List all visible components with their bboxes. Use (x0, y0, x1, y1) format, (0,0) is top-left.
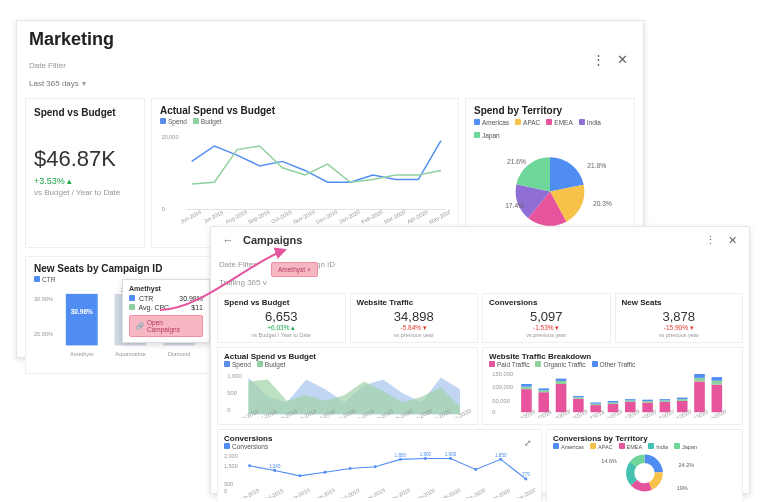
svg-text:1,900: 1,900 (420, 452, 432, 457)
kpi-value: 3,878 (622, 309, 737, 324)
link-icon: 🔗 (136, 322, 144, 330)
svg-rect-58 (556, 381, 567, 384)
kebab-icon[interactable]: ⋮ (589, 51, 607, 69)
svg-rect-93 (712, 385, 723, 413)
svg-text:14.6%: 14.6% (601, 458, 617, 464)
svg-text:Diamond: Diamond (168, 351, 190, 357)
kpi-delta: -5.84% ▾ (357, 324, 472, 332)
svg-text:Nov-2019: Nov-2019 (362, 487, 386, 498)
svg-text:0: 0 (227, 407, 230, 413)
legend-ctr: CTR (34, 276, 55, 283)
svg-text:Feb-2020: Feb-2020 (360, 209, 383, 225)
traffic-breakdown-card: Website Traffic Breakdown Paid TrafficOr… (482, 347, 743, 425)
legend-item: Japan (474, 132, 500, 139)
legend-spend: Spend (160, 118, 187, 125)
conversions-card: ⤢ Conversions Conversions 2,0001,5005000… (217, 429, 542, 502)
legend-item: Americas (474, 119, 509, 126)
svg-rect-59 (556, 379, 567, 381)
svg-text:Aug-2019: Aug-2019 (287, 487, 311, 498)
svg-text:Dec-2019: Dec-2019 (387, 487, 411, 498)
campaigns-actual-spend-card: Actual Spend vs Budget SpendBudget 1,000… (217, 347, 478, 425)
svg-rect-89 (694, 381, 705, 412)
svg-text:May-2020: May-2020 (428, 208, 450, 225)
svg-point-108 (399, 458, 402, 461)
legend-item: APAC (515, 119, 540, 126)
filter-value[interactable]: Last 365 days▾ (29, 79, 86, 88)
svg-text:Mar-2020: Mar-2020 (383, 209, 406, 225)
svg-text:25.00%: 25.00% (34, 331, 53, 337)
bar-tooltip: Amethyst CTR30.98% Avg. CPC$11 🔗Open Cam… (122, 279, 210, 343)
filter-label: Date Filter (29, 61, 66, 70)
svg-text:Sep-2019: Sep-2019 (312, 487, 336, 498)
expand-icon[interactable]: ⤢ (519, 434, 537, 452)
svg-rect-74 (625, 400, 636, 402)
card-title: New Seats by Campaign ID (34, 263, 212, 274)
svg-rect-49 (521, 389, 532, 412)
svg-rect-95 (712, 377, 723, 381)
svg-rect-79 (642, 400, 653, 401)
kpi-delta: -15.90% ▾ (622, 324, 737, 332)
close-icon[interactable]: ✕ (723, 231, 741, 249)
legend-budget: Budget (193, 118, 222, 125)
kpi-traffic: Website Traffic 34,898 -5.84% ▾ vs previ… (350, 293, 479, 343)
svg-text:30.98%: 30.98% (71, 309, 93, 316)
svg-text:Apr-2020: Apr-2020 (406, 209, 429, 225)
svg-rect-86 (677, 399, 688, 401)
svg-rect-67 (590, 402, 601, 403)
svg-text:50,000: 50,000 (492, 398, 510, 404)
svg-text:20,000: 20,000 (162, 134, 179, 140)
campaigns-area-chart: 1,0005000 Jun-2019Jul-2019Aug-2019Sep-20… (224, 368, 471, 418)
svg-text:19%: 19% (677, 485, 688, 491)
svg-rect-70 (608, 402, 619, 404)
svg-text:1,000: 1,000 (227, 373, 241, 379)
svg-rect-91 (694, 374, 705, 378)
marketing-title: Marketing (29, 29, 114, 50)
svg-text:Oct-2019: Oct-2019 (270, 209, 293, 225)
svg-point-114 (474, 468, 477, 471)
conversions-line: 2,0001,5005000 1,2451,8501,9001,9001,850… (224, 450, 535, 498)
svg-text:Jul-2019: Jul-2019 (203, 209, 224, 224)
card-title: Spend vs Budget (34, 107, 136, 118)
svg-text:775: 775 (522, 472, 530, 477)
svg-text:Aug-2019: Aug-2019 (224, 209, 248, 225)
legend-item: India (579, 119, 601, 126)
svg-rect-54 (538, 390, 549, 392)
svg-rect-78 (642, 401, 653, 403)
svg-text:Jun-2019: Jun-2019 (236, 408, 260, 418)
svg-text:Feb-2020: Feb-2020 (438, 487, 461, 498)
svg-text:Aquamarine: Aquamarine (115, 351, 145, 357)
new-seats-card: New Seats by Campaign ID CTR 30.00% 25.0… (25, 256, 221, 374)
svg-text:Apr-2020: Apr-2020 (488, 487, 511, 498)
card-title: Actual Spend vs Budget (160, 105, 450, 116)
kebab-icon[interactable]: ⋮ (701, 231, 719, 249)
svg-text:21.6%: 21.6% (507, 158, 526, 165)
close-icon[interactable]: ✕ (613, 51, 631, 69)
svg-text:Amethyst: Amethyst (70, 351, 94, 357)
svg-point-104 (298, 474, 301, 477)
kpi-value: 6,653 (224, 309, 339, 324)
kpi-conversions: Conversions 5,097 -1.53% ▾ vs previous y… (482, 293, 611, 343)
actual-spend-chart: 20,000 0 Jun-2019Jul-2019Aug-2019Sep-201… (160, 125, 450, 225)
svg-text:1,850: 1,850 (395, 453, 407, 458)
svg-point-112 (449, 457, 452, 460)
svg-text:1,245: 1,245 (269, 464, 281, 469)
svg-text:Jun-2019: Jun-2019 (237, 487, 260, 498)
kpi-value: 5,097 (489, 309, 604, 324)
svg-text:Dec-2019: Dec-2019 (315, 209, 339, 225)
svg-text:0: 0 (162, 206, 165, 212)
svg-text:17.4%: 17.4% (505, 202, 524, 209)
open-campaigns-link[interactable]: 🔗Open Campaigns (129, 315, 203, 337)
kpi-spend: Spend vs Budget 6,653 +6.03% ▴ vs Budget… (217, 293, 346, 343)
svg-text:0: 0 (492, 409, 495, 415)
svg-text:500: 500 (227, 390, 237, 396)
svg-rect-94 (712, 381, 723, 385)
svg-point-107 (374, 465, 377, 468)
filter-chip-amethyst[interactable]: Amethyst × (271, 262, 318, 277)
svg-rect-63 (573, 396, 584, 397)
svg-point-101 (248, 464, 251, 467)
svg-rect-90 (694, 378, 705, 382)
svg-point-117 (524, 478, 527, 481)
svg-text:1,850: 1,850 (495, 453, 507, 458)
back-icon[interactable]: ← (219, 231, 237, 249)
crumb-trailing[interactable]: Trailing 365 v (219, 278, 267, 287)
